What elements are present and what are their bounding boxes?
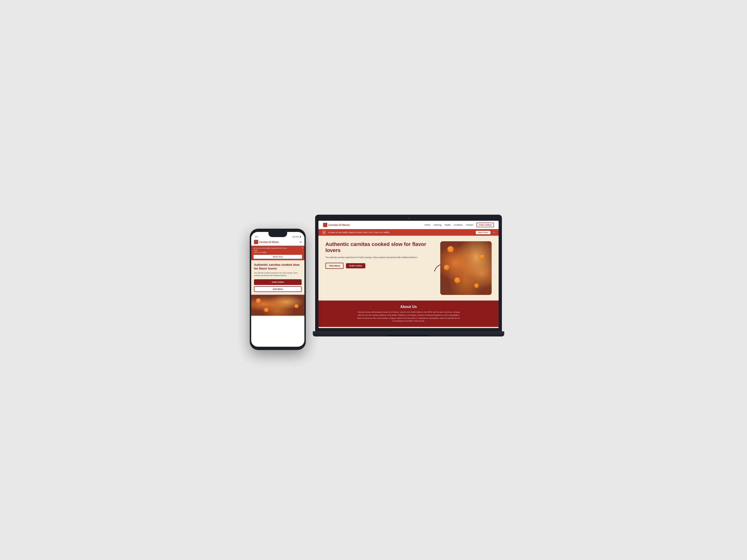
laptop-body: 🐂 Carnitas El Momo Home Catering Media L…: [315, 215, 502, 331]
laptop-logo: 🐂 Carnitas El Momo: [323, 223, 350, 227]
phone-hero-title: Authentic carnitas cooked slow for flavo…: [254, 263, 302, 270]
laptop-view-menu-button[interactable]: View Menu: [326, 263, 344, 269]
phone-carrot-1: [256, 298, 261, 303]
nav-link-home[interactable]: Home: [424, 224, 430, 226]
laptop-hero-title: Authentic carnitas cooked slow for flavo…: [326, 241, 436, 254]
netflix-banner-text: As seen on the Netflix Special Street Fo…: [328, 231, 474, 234]
laptop-banner-close-button[interactable]: ×: [493, 231, 495, 234]
phone-hero-section: Authentic carnitas cooked slow for flavo…: [251, 260, 304, 295]
laptop-hero-section: Authentic carnitas cooked slow for flavo…: [318, 236, 499, 300]
laptop-logo-text: Carnitas El Momo: [328, 223, 350, 226]
carrot-5: [444, 265, 449, 270]
laptop-netflix-banner: ✦ As seen on the Netflix Special Street …: [318, 229, 499, 236]
carrot-4: [474, 283, 479, 288]
phone-banner-line2: USA!: [254, 249, 302, 251]
phone-netflix-banner: × As seen on the Netflix Special Street …: [251, 246, 304, 260]
nav-link-media[interactable]: Media: [445, 224, 450, 226]
phone-signal: ●●● WiFi ▐: [292, 236, 301, 238]
laptop-order-online-hero-button[interactable]: Order Online: [346, 263, 365, 268]
laptop-base: [313, 331, 504, 337]
phone-banner-close-button[interactable]: ×: [302, 247, 303, 249]
laptop-order-online-button[interactable]: Order Online: [476, 222, 494, 227]
laptop-nav: 🐂 Carnitas El Momo Home Catering Media L…: [318, 221, 499, 229]
phone-body: 9:41 ●●● WiFi ▐ 🐂 Carnitas El Momo ≡ × A…: [250, 229, 306, 350]
phone-order-online-button[interactable]: Order Online: [254, 279, 302, 285]
phone-device: 9:41 ●●● WiFi ▐ 🐂 Carnitas El Momo ≡ × A…: [250, 229, 306, 350]
nav-link-locations[interactable]: Locations: [454, 224, 463, 226]
carrot-1: [447, 246, 454, 252]
nav-link-contact[interactable]: Contact: [466, 224, 473, 226]
laptop-hero-subtitle: The ultimate carnitas experience for bol…: [326, 256, 436, 259]
phone-notch: [268, 232, 287, 237]
laptop-watch-now-button[interactable]: Watch Now: [476, 231, 490, 234]
phone-hero-text: The ultimate carnitas experience for bol…: [254, 272, 302, 277]
phone-hamburger-menu-icon[interactable]: ≡: [300, 240, 302, 244]
phone-banner-line3: View it on Netflix.: [254, 251, 302, 254]
phone-logo: 🐂 Carnitas El Momo: [254, 240, 279, 244]
laptop-logo-icon: 🐂: [323, 223, 327, 227]
scene: 🐂 Carnitas El Momo Home Catering Media L…: [245, 201, 502, 359]
laptop-about-title: About Us: [328, 305, 489, 309]
laptop-hero-food-image: [440, 241, 492, 295]
carrot-3: [454, 277, 460, 283]
phone-view-menu-button[interactable]: View Menu: [254, 286, 302, 292]
netflix-star-icon: ✦: [322, 231, 326, 234]
laptop-screen: 🐂 Carnitas El Momo Home Catering Media L…: [318, 221, 499, 328]
laptop-device: 🐂 Carnitas El Momo Home Catering Media L…: [315, 215, 502, 345]
laptop-camera: [408, 217, 409, 219]
phone-logo-icon: 🐂: [254, 240, 258, 244]
phone-banner-line1: As seen on the Netflix Special Street Fo…: [254, 247, 302, 249]
carrot-2: [480, 254, 485, 259]
laptop-nav-links: Home Catering Media Locations Contact Or…: [424, 222, 494, 227]
laptop-about-section: About Us Romulo Acosta, affectionately k…: [318, 300, 499, 327]
phone-logo-text: Carnitas El Momo: [259, 241, 279, 243]
phone-nav: 🐂 Carnitas El Momo ≡: [251, 238, 304, 246]
nav-link-catering[interactable]: Catering: [434, 224, 441, 226]
phone-carrot-2: [294, 304, 299, 308]
phone-time: 9:41: [255, 236, 258, 238]
phone-carrot-3: [264, 308, 269, 312]
phone-watch-now-button[interactable]: Watch Now: [254, 255, 302, 259]
laptop-hero-buttons: View Menu Order Online: [326, 263, 436, 269]
phone-screen: 9:41 ●●● WiFi ▐ 🐂 Carnitas El Momo ≡ × A…: [251, 232, 304, 347]
laptop-hero-text: Authentic carnitas cooked slow for flavo…: [326, 241, 436, 269]
laptop-about-text: Romulo Acosta, affectionately known as '…: [357, 311, 460, 323]
phone-food-image: [251, 295, 304, 316]
